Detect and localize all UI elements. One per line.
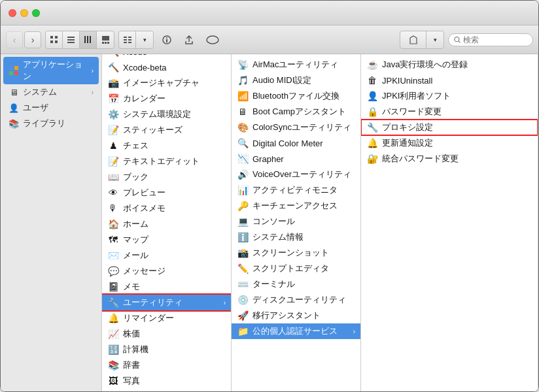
col1-label-calculator: 計算機: [123, 344, 226, 355]
col1-label-xcode: Xcode: [123, 54, 226, 57]
col1-item-xcodebeta[interactable]: 🔨 Xcode-beta: [102, 59, 231, 75]
sidebar-item-library[interactable]: 📚 ライブラリ: [3, 116, 99, 131]
col3-item-unifiedpass[interactable]: 🔐 統合パスワード変更: [361, 151, 538, 167]
arrange-button[interactable]: [119, 31, 136, 48]
col2-item-migration[interactable]: 🚀 移行アシスタント: [232, 308, 360, 323]
column-view-button[interactable]: [80, 31, 97, 48]
list-view-button[interactable]: [63, 31, 80, 48]
icon-view-button[interactable]: [46, 31, 63, 48]
col1-item-home[interactable]: 🏠 ホーム: [102, 216, 231, 232]
col3-item-java[interactable]: ☕ Java実行環境への登録: [361, 57, 538, 73]
col2-item-bluetooth[interactable]: 📶 Bluetoothファイル交換: [232, 88, 360, 104]
col2-item-colorsyncutil[interactable]: 🎨 ColorSyncユーティリティ: [232, 120, 360, 135]
col1-item-dictionary[interactable]: 📚 辞書: [102, 357, 231, 373]
col2-label-terminal: ターミナル: [252, 278, 355, 290]
col2-label-keychain: キーチェーンアクセス: [252, 200, 355, 212]
sidebar-label-system: システム: [23, 86, 88, 98]
col2-item-screenshot[interactable]: 📸 スクリーンショット: [232, 245, 360, 261]
col1-item-voicememo[interactable]: 🎙 ボイスメモ: [102, 201, 231, 216]
col1-item-systemprefs[interactable]: ⚙️ システム環境設定: [102, 106, 231, 122]
col3-item-jpkiuninstall[interactable]: 🗑 JPKIUninstall: [361, 73, 538, 88]
col1-icon-book: 📖: [107, 171, 119, 183]
col1-item-preview[interactable]: 👁 プレビュー: [102, 185, 231, 201]
col1-icon-textedit: 📝: [107, 155, 119, 167]
col1-item-stocks[interactable]: 📈 株価: [102, 326, 231, 342]
col2-item-console[interactable]: 💻 コンソール: [232, 214, 360, 229]
svg-rect-27: [14, 66, 18, 70]
svg-point-23: [207, 36, 218, 44]
col2-item-scriptedit[interactable]: ✏️ スクリプトエディタ: [232, 261, 360, 276]
col2-item-digitalcolor[interactable]: 🔍 Digital Color Meter: [232, 135, 360, 151]
sidebar-item-system[interactable]: 🖥 システム ›: [3, 84, 99, 100]
col2-item-kouki[interactable]: 📁 公的個人認証サービス ›: [232, 323, 360, 339]
col1-label-home: ホーム: [123, 218, 226, 230]
sidebar-icon-library: 📚: [9, 118, 19, 129]
col1-item-memo[interactable]: 📓 メモ: [102, 279, 231, 295]
gallery-view-button[interactable]: [97, 31, 114, 48]
col1-item-calculator[interactable]: 🔢 計算機: [102, 342, 231, 357]
share-button[interactable]: [180, 32, 198, 48]
col2-icon-terminal: ⌨️: [237, 278, 249, 290]
back-button[interactable]: ‹: [6, 31, 23, 48]
col2-item-grapher[interactable]: 📉 Grapher: [232, 151, 360, 167]
col2-icon-airmac: 📡: [237, 59, 249, 71]
sidebar-icon-system: 🖥: [9, 87, 19, 97]
col1-label-mail: メール: [123, 250, 226, 261]
action-button[interactable]: [158, 32, 176, 48]
col2-item-keychain[interactable]: 🔑 キーチェーンアクセス: [232, 198, 360, 214]
col2-icon-console: 💻: [237, 216, 249, 227]
col3-label-proxy: プロキシ設定: [382, 122, 532, 133]
col3-label-jpkiuninstall: JPKIUninstall: [382, 76, 532, 86]
col1-item-messages[interactable]: 💬 メッセージ: [102, 263, 231, 279]
forward-button[interactable]: ›: [24, 31, 41, 48]
arrange-dropdown[interactable]: ▾: [136, 31, 153, 48]
sidebar-arrow-system: ›: [92, 89, 94, 96]
col2-item-activitymon[interactable]: 📊 アクティビティモニタ: [232, 182, 360, 198]
sidebar: アプリケーション › 🖥 システム › 👤 ユーザ 📚 ライブラリ: [1, 54, 102, 391]
sidebar-icon-applications: [9, 65, 19, 76]
col2-item-diskutil[interactable]: 💿 ディスクユーティリティ: [232, 292, 360, 308]
col1-item-utility[interactable]: 🔧 ユーティリティ ›: [102, 295, 231, 310]
share-dropdown-button[interactable]: ▾: [426, 31, 443, 48]
col3-label-passchange: パスワード変更: [382, 106, 532, 118]
svg-point-21: [166, 37, 167, 39]
col1-item-imagecapture[interactable]: 📸 イメージキャプチャ: [102, 75, 231, 91]
col3-item-proxy[interactable]: 🔧 プロキシ設定: [361, 120, 538, 135]
share-options-button[interactable]: [400, 31, 426, 48]
maximize-button[interactable]: [32, 9, 40, 17]
col1-icon-calculator: 🔢: [107, 344, 119, 355]
col1-item-maps[interactable]: 🗺 マップ: [102, 232, 231, 248]
col3-item-updatenotify[interactable]: 🔔 更新通知設定: [361, 135, 538, 151]
col2-item-terminal[interactable]: ⌨️ ターミナル: [232, 276, 360, 292]
col3-item-passchange[interactable]: 🔒 パスワード変更: [361, 104, 538, 120]
col2-item-audiomidi[interactable]: 🎵 Audio MIDI設定: [232, 73, 360, 88]
col1-item-stickies[interactable]: 📝 スティッキーズ: [102, 122, 231, 138]
col2-item-bootcamp[interactable]: 🖥 Boot Campアシスタント: [232, 104, 360, 120]
col2-item-sysinfo[interactable]: ℹ️ システム情報: [232, 229, 360, 245]
close-button[interactable]: [9, 9, 16, 17]
col1-item-book[interactable]: 📖 ブック: [102, 169, 231, 185]
sidebar-item-user[interactable]: 👤 ユーザ: [3, 100, 99, 116]
svg-rect-29: [14, 71, 18, 75]
col1-item-chess[interactable]: ♟ チェス: [102, 138, 231, 154]
col1-item-textedit[interactable]: 📝 テキストエディット: [102, 154, 231, 169]
col2-item-airmac[interactable]: 📡 AirMacユーティリティ: [232, 57, 360, 73]
col1-item-reminder[interactable]: 🔔 リマインダー: [102, 310, 231, 326]
search-input[interactable]: [463, 35, 527, 44]
sidebar-label-applications: アプリケーション: [23, 59, 88, 82]
col2-item-voiceover[interactable]: 🔊 VoiceOverユーティリティ: [232, 167, 360, 182]
col1-item-photos[interactable]: 🖼 写真: [102, 373, 231, 389]
tag-button[interactable]: [202, 32, 223, 48]
svg-rect-17: [128, 39, 131, 41]
col1-label-messages: メッセージ: [123, 265, 226, 277]
col2-label-digitalcolor: Digital Color Meter: [252, 139, 355, 148]
minimize-button[interactable]: [20, 9, 28, 17]
sidebar-item-applications[interactable]: アプリケーション ›: [3, 57, 99, 84]
col1-item-mail[interactable]: ✉️ メール: [102, 248, 231, 263]
col2-label-kouki: 公的個人認証サービス: [252, 325, 349, 337]
svg-rect-22: [166, 39, 167, 42]
col3-item-jpkiuser[interactable]: 👤 JPKI利用者ソフト: [361, 88, 538, 104]
col2-label-voiceover: VoiceOverユーティリティ: [252, 169, 355, 180]
col1-item-calendar[interactable]: 📅 カレンダー: [102, 91, 231, 106]
col1-item-xcode[interactable]: 🔨 Xcode: [102, 54, 231, 59]
